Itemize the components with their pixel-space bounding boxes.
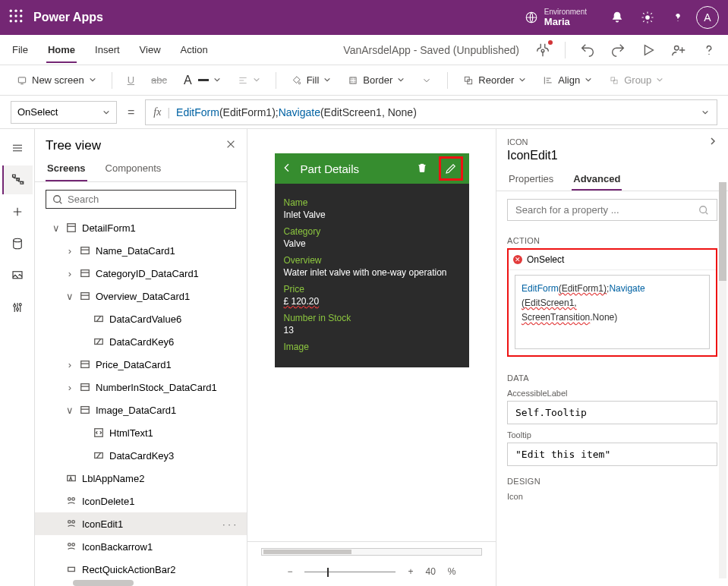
tree-item[interactable]: IconDelete1 <box>35 490 247 512</box>
text-align-button[interactable] <box>232 71 266 89</box>
hamburger-icon[interactable] <box>2 134 33 162</box>
tree-item[interactable]: ∨DetailForm1 <box>35 216 247 239</box>
icon-prop-label: Icon <box>507 492 717 501</box>
tree-item[interactable]: IconEdit1· · · <box>35 512 247 535</box>
share-icon[interactable] <box>670 42 687 58</box>
tree-item[interactable]: ›Price_DataCard1 <box>35 353 247 376</box>
new-screen-button[interactable]: New screen <box>11 71 102 89</box>
tree-view-title: Tree view <box>46 138 101 153</box>
tree-view-icon[interactable] <box>2 165 33 194</box>
svg-rect-29 <box>81 247 90 254</box>
menu-view[interactable]: View <box>138 36 162 63</box>
document-name: VanArsdelApp - Saved (Unpublished) <box>343 44 519 56</box>
underline-button[interactable]: U <box>121 71 140 89</box>
tree-item[interactable]: ›Name_DataCard1 <box>35 239 247 262</box>
tree-horizontal-scrollbar[interactable] <box>73 580 134 586</box>
user-avatar[interactable]: A <box>696 6 719 29</box>
tree-item[interactable]: ›NumberInStock_DataCard1 <box>35 376 247 399</box>
rp-search-box[interactable] <box>507 199 717 221</box>
tree-item[interactable]: DataCardKey3 <box>35 444 247 467</box>
canvas-horizontal-scrollbar[interactable] <box>261 548 482 556</box>
svg-rect-13 <box>18 77 25 82</box>
rp-expand-icon[interactable] <box>708 137 717 147</box>
tab-screens[interactable]: Screens <box>46 156 87 181</box>
tab-advanced[interactable]: Advanced <box>572 169 622 191</box>
advanced-tools-icon[interactable] <box>2 293 33 322</box>
svg-point-1 <box>14 10 17 12</box>
zoom-slider[interactable] <box>304 572 396 572</box>
strikethrough-button[interactable]: abc <box>145 71 173 89</box>
zoom-value: 40 <box>426 566 436 577</box>
formula-input[interactable]: fx | EditForm(EditForm1);Navigate(EditSc… <box>145 99 717 125</box>
fx-icon: fx <box>153 106 161 118</box>
svg-point-41 <box>72 498 75 501</box>
zoom-in-icon[interactable]: + <box>408 566 413 577</box>
tree-search-input[interactable] <box>68 194 229 205</box>
tree-item[interactable]: DataCardKey6 <box>35 330 247 353</box>
app-checker-icon[interactable] <box>534 42 551 58</box>
svg-point-5 <box>20 14 22 17</box>
settings-icon[interactable] <box>632 0 663 35</box>
svg-point-6 <box>10 20 12 22</box>
onselect-code-input[interactable]: EditForm(EditForm1);Navigate(EditScreen1… <box>515 275 710 349</box>
data-icon[interactable] <box>2 229 33 258</box>
preview-edit-icon-highlighted[interactable] <box>439 156 463 181</box>
tree-item[interactable]: LblAppName2 <box>35 467 247 490</box>
onselect-formula-highlighted: ✕ OnSelect EditForm(EditForm1);Navigate(… <box>507 248 717 357</box>
waffle-icon[interactable] <box>9 9 23 26</box>
align-button[interactable]: Align <box>537 71 598 89</box>
play-icon[interactable] <box>640 42 657 58</box>
format-painter-icon[interactable] <box>415 72 438 89</box>
reorder-button[interactable]: Reorder <box>457 71 532 89</box>
svg-rect-15 <box>465 77 470 81</box>
tree-item[interactable]: IconBackarrow1 <box>35 535 247 558</box>
help-icon[interactable] <box>663 0 693 35</box>
svg-rect-18 <box>614 80 618 83</box>
menu-file[interactable]: File <box>11 36 30 63</box>
notifications-icon[interactable] <box>602 0 632 35</box>
rp-search-input[interactable] <box>515 204 694 216</box>
svg-rect-28 <box>68 224 76 232</box>
environment-picker[interactable]: Environment Maria <box>525 8 587 27</box>
preview-back-icon[interactable] <box>281 162 293 176</box>
tree-item[interactable]: ›CategoryID_DataCard1 <box>35 262 247 285</box>
tree-item[interactable]: ∨Overview_DataCard1 <box>35 285 247 307</box>
svg-rect-17 <box>611 77 615 80</box>
media-icon[interactable] <box>2 261 33 290</box>
svg-rect-16 <box>468 79 472 83</box>
rp-data-label: DATA <box>496 366 728 386</box>
menu-action[interactable]: Action <box>179 36 210 63</box>
preview-delete-icon[interactable] <box>416 162 428 176</box>
tree-item[interactable]: HtmlText1 <box>35 421 247 444</box>
zoom-out-icon[interactable]: − <box>287 566 292 577</box>
menu-home[interactable]: Home <box>46 36 77 63</box>
svg-point-12 <box>675 46 679 50</box>
accessiblelabel-input[interactable]: Self.Tooltip <box>507 401 717 424</box>
tree-item[interactable]: RectQuickActionBar2 <box>35 558 247 581</box>
border-button[interactable]: Border <box>342 71 411 89</box>
tab-components[interactable]: Components <box>104 156 163 181</box>
insert-icon[interactable] <box>2 197 33 226</box>
svg-point-7 <box>14 20 17 22</box>
fill-button[interactable]: Fill <box>285 71 338 89</box>
accessiblelabel-label: AccessibleLabel <box>507 389 717 398</box>
undo-icon[interactable] <box>579 42 596 58</box>
font-color-button[interactable]: A <box>178 71 227 90</box>
tree-item[interactable]: ∨Image_DataCard1 <box>35 399 247 421</box>
tree-item[interactable]: DataCardValue6 <box>35 307 247 330</box>
svg-point-42 <box>68 521 71 524</box>
group-button[interactable]: Group <box>603 71 670 89</box>
tooltip-input[interactable]: "Edit this item" <box>507 443 717 466</box>
close-panel-icon[interactable] <box>225 139 236 153</box>
svg-rect-30 <box>81 270 90 277</box>
tab-properties[interactable]: Properties <box>507 169 555 191</box>
menu-insert[interactable]: Insert <box>93 36 121 63</box>
property-dropdown[interactable]: OnSelect <box>11 101 117 124</box>
rp-control-name: IconEdit1 <box>496 147 728 169</box>
svg-point-44 <box>68 543 71 547</box>
tree-search-box[interactable] <box>46 190 236 209</box>
redo-icon[interactable] <box>610 42 626 58</box>
help-menu-icon[interactable] <box>701 42 717 58</box>
rp-vertical-scrollbar[interactable] <box>719 182 726 578</box>
error-badge-icon[interactable]: ✕ <box>513 255 522 264</box>
